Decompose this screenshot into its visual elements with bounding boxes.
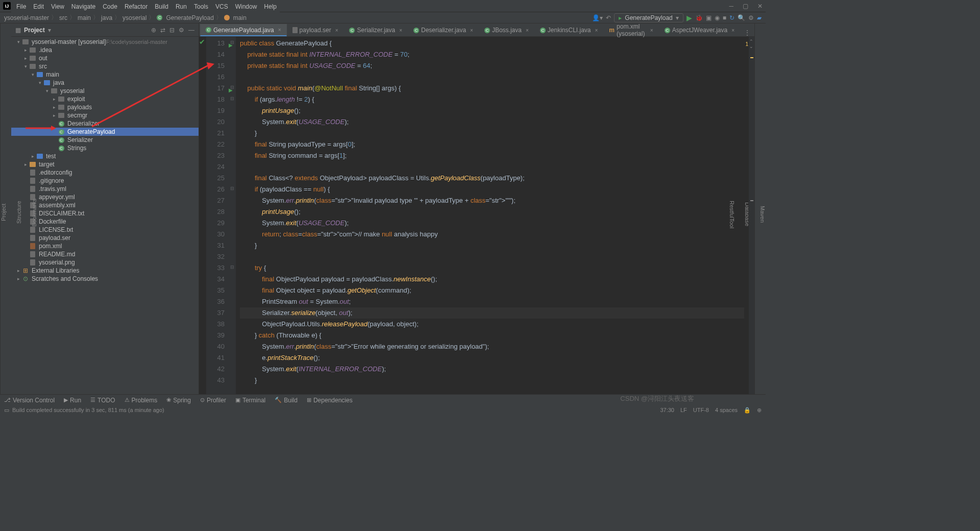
status-indicator[interactable]: LF bbox=[680, 407, 687, 413]
tool-build[interactable]: 🔨 Build bbox=[275, 397, 298, 404]
tree-item[interactable]: ▸out bbox=[11, 54, 199, 62]
status-indicator[interactable]: UTF-8 bbox=[693, 407, 709, 413]
back-icon[interactable]: ↶ bbox=[606, 14, 611, 21]
tool-version-control[interactable]: ⎇ Version Control bbox=[4, 397, 55, 404]
tree-item[interactable]: pom.xml bbox=[11, 242, 199, 250]
structure-tool[interactable]: Structure bbox=[16, 201, 22, 224]
project-tree[interactable]: ▾ysoserial-master [ysoserial] F:\code\ys… bbox=[11, 37, 199, 403]
status-indicator[interactable]: 37:30 bbox=[660, 407, 674, 413]
tree-item[interactable]: Dockerfile bbox=[11, 218, 199, 226]
chevron-down-icon[interactable]: ▾ bbox=[48, 27, 51, 34]
tool-dependencies[interactable]: ⊞ Dependencies bbox=[307, 397, 353, 404]
menu-edit[interactable]: Edit bbox=[30, 2, 47, 11]
tree-item[interactable]: LICENSE.txt bbox=[11, 226, 199, 234]
editor-tab[interactable]: mpom.xml (ysoserial)× bbox=[603, 24, 658, 36]
restful-tool[interactable]: RestfulTool bbox=[729, 201, 735, 228]
search-icon[interactable]: 🔍 bbox=[738, 14, 745, 21]
expand-inspection-icon[interactable]: ⌃ ⌄ bbox=[749, 39, 753, 49]
run-config-selector[interactable]: ▸ GeneratePayload ▾ bbox=[614, 13, 683, 22]
tool-profiler[interactable]: ⊙ Profiler bbox=[200, 397, 226, 404]
editor-tab[interactable]: CAspectJWeaver.java× bbox=[659, 24, 740, 36]
run-line-icon[interactable]: ▶ bbox=[229, 40, 233, 51]
tree-item[interactable]: .travis.yml bbox=[11, 185, 199, 193]
tree-item[interactable]: ▾java bbox=[11, 79, 199, 87]
tree-item[interactable]: ▸secmgr bbox=[11, 111, 199, 119]
run-button[interactable]: ▶ bbox=[687, 14, 692, 22]
line-gutter[interactable]: 13▶14151617▶1819202122232425262728293031… bbox=[206, 37, 229, 403]
tool-spring[interactable]: ❀ Spring bbox=[166, 397, 191, 404]
tree-item[interactable]: README.md bbox=[11, 250, 199, 258]
breadcrumb-item[interactable]: src bbox=[59, 14, 67, 21]
menu-code[interactable]: Code bbox=[100, 2, 120, 11]
tool-terminal[interactable]: ▣ Terminal bbox=[235, 397, 265, 404]
editor-tab[interactable]: CSerializer.java× bbox=[344, 24, 408, 36]
tab-close-icon[interactable]: × bbox=[470, 28, 473, 33]
tree-item[interactable]: .gitignore bbox=[11, 177, 199, 185]
menu-navigate[interactable]: Navigate bbox=[68, 2, 99, 11]
hide-icon[interactable]: — bbox=[188, 27, 194, 34]
user-icon[interactable]: 👤▾ bbox=[592, 14, 603, 21]
menu-build[interactable]: Build bbox=[152, 2, 172, 11]
profile-button[interactable]: ◉ bbox=[715, 14, 720, 21]
tab-close-icon[interactable]: × bbox=[399, 28, 402, 33]
tool-todo[interactable]: ☰ TODO bbox=[90, 397, 115, 404]
tree-item[interactable]: assembly.xml bbox=[11, 201, 199, 209]
stop-button[interactable]: ■ bbox=[723, 14, 726, 21]
tree-item[interactable]: CSerializer bbox=[11, 136, 199, 144]
maximize-icon[interactable]: ▢ bbox=[743, 3, 748, 10]
settings-button[interactable]: ▰ bbox=[757, 14, 762, 21]
menu-refactor[interactable]: Refactor bbox=[121, 2, 151, 11]
tree-item[interactable]: ▸test bbox=[11, 152, 199, 160]
menu-window[interactable]: Window bbox=[232, 2, 260, 11]
close-icon[interactable]: ✕ bbox=[757, 3, 763, 10]
breadcrumb-item[interactable]: GeneratePayload bbox=[166, 14, 213, 21]
tree-item[interactable]: CDeserializer bbox=[11, 119, 199, 128]
tab-close-icon[interactable]: × bbox=[526, 28, 529, 33]
maven-tool[interactable]: Maven bbox=[760, 206, 766, 223]
tree-item[interactable]: ▸⊞External Libraries bbox=[11, 267, 199, 275]
tree-item[interactable]: appveyor.yml bbox=[11, 193, 199, 201]
project-tool[interactable]: Project bbox=[1, 204, 7, 221]
coverage-button[interactable]: ▣ bbox=[706, 14, 712, 21]
scrollbar-map[interactable]: 1 ⌃ ⌄ bbox=[748, 37, 754, 403]
tree-item[interactable]: DISCLAIMER.txt bbox=[11, 209, 199, 218]
menu-run[interactable]: Run bbox=[173, 2, 190, 11]
status-icon[interactable]: 🔒 bbox=[744, 407, 751, 414]
editor-tab[interactable]: payload.ser× bbox=[287, 24, 344, 36]
run-line-icon[interactable]: ▶ bbox=[229, 85, 233, 96]
inspection-ok-icon[interactable]: ✔ bbox=[199, 38, 205, 46]
tab-close-icon[interactable]: × bbox=[595, 28, 598, 33]
breadcrumb-item[interactable]: ysoserial-master bbox=[4, 14, 49, 21]
tree-item[interactable]: CGeneratePayload bbox=[11, 128, 199, 136]
tab-close-icon[interactable]: × bbox=[335, 28, 338, 33]
status-icon[interactable]: ⊕ bbox=[757, 407, 762, 414]
tree-item[interactable]: ▾src bbox=[11, 62, 199, 70]
tree-item[interactable]: ▸exploit bbox=[11, 95, 199, 103]
breadcrumb-item[interactable]: ysoserial bbox=[122, 14, 146, 21]
tabs-more-icon[interactable]: ⋮ bbox=[740, 29, 754, 36]
tool-problems[interactable]: ⚠ Problems bbox=[125, 397, 158, 404]
menu-view[interactable]: View bbox=[48, 2, 67, 11]
tab-close-icon[interactable]: × bbox=[278, 27, 281, 33]
tree-item[interactable]: ▸payloads bbox=[11, 103, 199, 111]
editor-tab[interactable]: CGeneratePayload.java× bbox=[200, 24, 287, 36]
status-indicator[interactable]: 4 spaces bbox=[715, 407, 738, 413]
code-area[interactable]: public class GeneratePayload { private s… bbox=[236, 37, 748, 403]
tab-close-icon[interactable]: × bbox=[731, 28, 734, 33]
tree-item[interactable]: payload.ser bbox=[11, 234, 199, 242]
tree-item[interactable]: ▾main bbox=[11, 70, 199, 79]
debug-button[interactable]: 🐞 bbox=[695, 14, 703, 21]
editor[interactable]: ✔ 13▶14151617▶18192021222324252627282930… bbox=[199, 37, 754, 403]
breadcrumb-item[interactable]: java bbox=[101, 14, 112, 21]
minimize-icon[interactable]: ─ bbox=[729, 3, 733, 10]
breadcrumb[interactable]: ysoserial-master〉src〉main〉java〉ysoserial… bbox=[4, 13, 247, 22]
tree-item[interactable]: ▾ysoserial-master [ysoserial] F:\code\ys… bbox=[11, 38, 199, 46]
tree-item[interactable]: ▸.idea bbox=[11, 46, 199, 54]
tree-item[interactable]: ▸⊙Scratches and Consoles bbox=[11, 275, 199, 283]
tree-item[interactable]: ▾ysoserial bbox=[11, 87, 199, 95]
editor-tab[interactable]: CJBoss.java× bbox=[479, 24, 534, 36]
menu-file[interactable]: File bbox=[13, 2, 29, 11]
menu-help[interactable]: Help bbox=[261, 2, 280, 11]
breadcrumb-item[interactable]: main bbox=[78, 14, 91, 21]
select-opened-icon[interactable]: ⊕ bbox=[151, 27, 156, 34]
